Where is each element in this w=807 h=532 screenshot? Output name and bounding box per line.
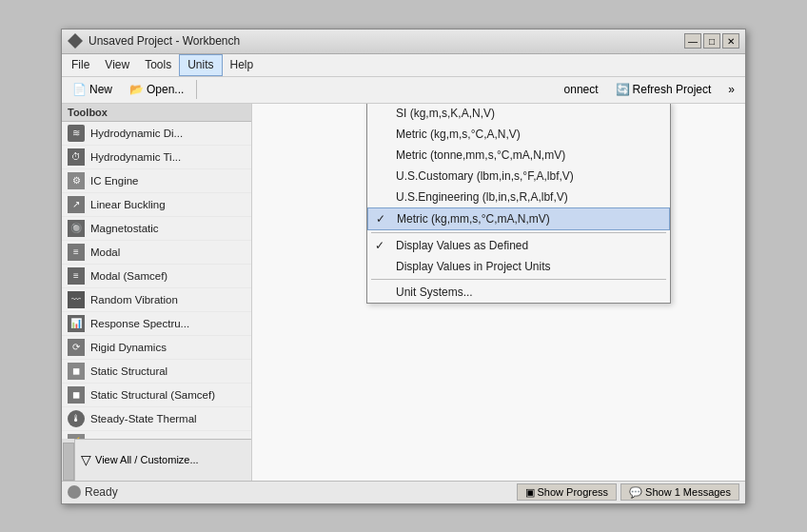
connect-button[interactable]: onnect [558,80,605,99]
item-label: Hydrodynamic Ti... [90,151,181,163]
static-structural-icon: ◼ [68,363,85,380]
unit-systems[interactable]: Unit Systems... [367,282,670,303]
units-us-engineering[interactable]: U.S.Engineering (lb,in,s,R,A,lbf,V) [367,187,670,207]
display-in-project[interactable]: Display Values in Project Units [367,256,670,277]
show-messages-button[interactable]: 💬 Show 1 Messages [620,483,739,501]
display-as-defined[interactable]: ✓ Display Values as Defined [367,235,670,256]
static-structural-samcef-icon: ◼ [68,386,85,404]
units-metric1[interactable]: Metric (kg,m,s,°C,A,N,V) [367,124,670,145]
toolbox-items: ≋ Hydrodynamic Di... ⏱ Hydrodynamic Ti..… [62,122,251,439]
menu-tools[interactable]: Tools [137,54,179,76]
open-label: Open... [147,83,184,96]
list-item[interactable]: 〰 Random Vibration [62,288,251,312]
list-item[interactable]: ⚡ Thermal-Electric [62,431,251,439]
item-label: Modal [90,246,120,258]
units-us-engineering-label: U.S.Engineering (lb,in,s,R,A,lbf,V) [396,190,568,204]
units-metric2[interactable]: Metric (tonne,mm,s,°C,mA,N,mV) [367,145,670,166]
units-us-customary-label: U.S.Customary (lbm,in,s,°F,A,lbf,V) [396,169,574,183]
modal-samcef-icon: ≡ [68,267,85,285]
messages-icon: 💬 [629,486,642,499]
magnetostatic-icon: 🔘 [68,220,85,237]
open-button[interactable]: 📂 Open... [123,80,190,99]
menu-bar: File View Tools Units Help [62,54,745,77]
status-bar: Ready ▣ Show Progress 💬 Show 1 Messages [62,481,745,503]
connect-label: onnect [564,83,599,96]
status-icon [68,485,81,499]
main-area: Toolbox ≋ Hydrodynamic Di... ⏱ Hydrodyna… [62,104,745,481]
status-left: Ready [68,485,118,499]
list-item[interactable]: ≡ Modal (Samcef) [62,265,251,288]
menu-help[interactable]: Help [223,54,262,76]
item-label: Random Vibration [90,294,178,305]
show-progress-button[interactable]: ▣ Show Progress [517,483,618,501]
status-right: ▣ Show Progress 💬 Show 1 Messages [517,483,739,501]
item-label: Linear Buckling [90,199,166,210]
list-item[interactable]: 🔘 Magnetostatic [62,217,251,241]
refresh-icon: 🔄 [616,83,630,96]
app-icon [68,33,83,49]
units-metric2-label: Metric (tonne,mm,s,°C,mA,N,mV) [396,148,565,162]
new-icon: 📄 [72,83,87,96]
list-item[interactable]: ≡ Modal [62,241,251,265]
list-item[interactable]: ⚙ IC Engine [62,169,251,193]
progress-icon: ▣ [525,486,535,499]
list-item[interactable]: ◼ Static Structural (Samcef) [62,384,251,407]
response-spectrum-icon: 📊 [68,315,85,332]
linear-buckling-icon: ↗ [68,196,85,213]
list-item[interactable]: ≋ Hydrodynamic Di... [62,122,251,146]
menu-view[interactable]: View [97,54,137,76]
close-button[interactable]: ✕ [722,33,739,49]
toolbox-panel: Toolbox ≋ Hydrodynamic Di... ⏱ Hydrodyna… [62,104,252,481]
show-progress-label: Show Progress [538,486,609,498]
refresh-button[interactable]: 🔄 Refresh Project [609,80,718,99]
list-item[interactable]: 🌡 Steady-State Thermal [62,407,251,431]
title-bar-controls: — □ ✕ [684,33,739,49]
units-si[interactable]: SI (kg,m,s,K,A,N,V) [367,104,670,124]
toolbox-header: Toolbox [62,104,251,122]
units-metric3[interactable]: Metric (kg,mm,s,°C,mA,N,mV) [367,207,670,230]
list-item[interactable]: ↗ Linear Buckling [62,193,251,217]
menu-file[interactable]: File [64,54,97,76]
window-title: Unsaved Project - Workbench [89,34,240,48]
item-label: Modal (Samcef) [90,270,167,282]
display-as-defined-label: Display Values as Defined [396,239,528,252]
steady-state-thermal-icon: 🌡 [68,410,85,427]
list-item[interactable]: 📊 Response Spectru... [62,312,251,336]
item-label: Steady-State Thermal [90,413,197,424]
list-item[interactable]: ◼ Static Structural [62,360,251,384]
status-ready: Ready [85,485,118,499]
refresh-label: Refresh Project [633,83,712,96]
title-bar-left: Unsaved Project - Workbench [68,33,240,49]
menu-separator-1 [371,232,666,233]
item-label: Static Structural (Samcef) [90,389,215,401]
item-label: Response Spectru... [90,318,189,329]
check-icon: ✓ [375,239,384,252]
filter-icon: ▽ [81,452,91,467]
content-area: SI (kg,m,s,K,A,N,V) Metric (kg,m,s,°C,A,… [252,104,745,481]
minimize-button[interactable]: — [684,33,701,49]
new-button[interactable]: 📄 New [66,80,119,99]
item-label: Magnetostatic [90,223,159,234]
title-bar: Unsaved Project - Workbench — □ ✕ [62,30,745,54]
rigid-dynamics-icon: ⟳ [68,339,85,356]
maximize-button[interactable]: □ [703,33,720,49]
menu-units[interactable]: Units [179,54,222,76]
open-icon: 📂 [129,83,144,96]
list-item[interactable]: ⟳ Rigid Dynamics [62,336,251,360]
units-us-customary[interactable]: U.S.Customary (lbm,in,s,°F,A,lbf,V) [367,166,670,187]
item-label: IC Engine [90,175,139,187]
more-button[interactable]: » [721,80,741,99]
random-vibration-icon: 〰 [68,291,85,308]
units-metric3-label: Metric (kg,mm,s,°C,mA,N,mV) [397,212,550,226]
list-item[interactable]: ⏱ Hydrodynamic Ti... [62,146,251,169]
item-label: Hydrodynamic Di... [90,128,183,139]
toolbar: 📄 New 📂 Open... onnect 🔄 Refresh Project… [62,77,745,104]
item-label: Static Structural [90,365,167,377]
hydrodynamic-diffraction-icon: ≋ [68,125,85,142]
view-all-button[interactable]: ▽ View All / Customize... [75,439,251,481]
item-label: Rigid Dynamics [90,342,167,353]
display-in-project-label: Display Values in Project Units [396,260,551,273]
toolbar-separator [196,80,197,99]
show-messages-label: Show 1 Messages [645,486,731,498]
modal-icon: ≡ [68,244,85,261]
